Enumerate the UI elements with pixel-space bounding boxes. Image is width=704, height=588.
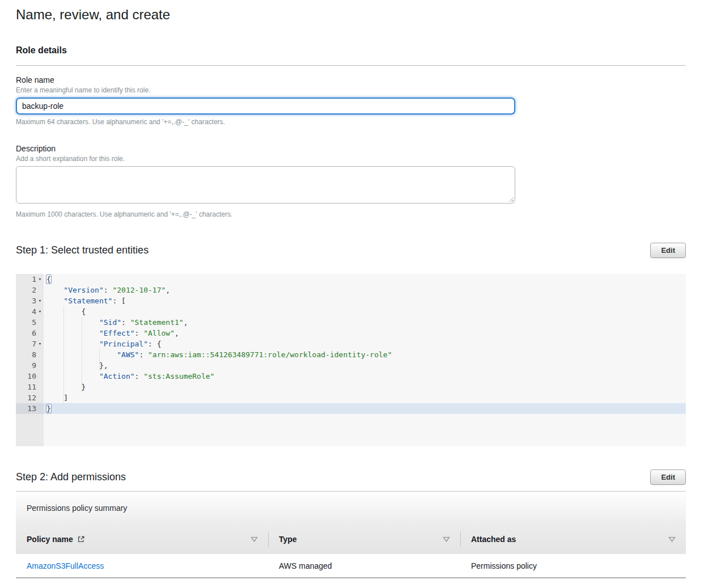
code-token: : <box>104 286 113 294</box>
code-token <box>46 286 63 294</box>
code-line[interactable]: ] <box>44 392 686 403</box>
code-line[interactable]: } <box>44 382 686 392</box>
table-header-row: Policy name Type At <box>16 524 686 554</box>
code-token: "Statement1" <box>130 318 184 327</box>
fold-arrow-icon[interactable]: ▾ <box>36 295 44 306</box>
code-token: }, <box>46 361 108 370</box>
column-label: Policy name <box>27 535 73 544</box>
code-token: { <box>46 307 86 316</box>
line-number: 5 <box>32 318 36 327</box>
step1-edit-button[interactable]: Edit <box>650 243 686 258</box>
column-header-type[interactable]: Type <box>268 524 460 554</box>
policy-name-link[interactable]: AmazonS3FullAccess <box>27 561 104 570</box>
filter-down-icon[interactable] <box>443 536 450 543</box>
editor-gutter-cell: 10 <box>16 371 44 382</box>
editor-gutter-cell: 13 <box>16 403 44 414</box>
code-line[interactable]: { <box>44 306 686 317</box>
code-token: , <box>166 286 170 294</box>
trust-policy-editor[interactable]: 1▾23▾4▾567▾8910111213 { "Version": "2012… <box>16 274 686 446</box>
code-token <box>46 318 99 327</box>
role-name-label: Role name <box>16 75 686 85</box>
description-textarea[interactable] <box>16 166 515 204</box>
code-line[interactable]: } <box>44 403 686 414</box>
column-header-policy-name[interactable]: Policy name <box>16 524 268 554</box>
editor-gutter-cell: 11 <box>16 382 44 392</box>
column-label: Type <box>279 535 297 544</box>
line-number: 3 <box>32 297 36 305</box>
line-number: 4 <box>32 307 36 316</box>
code-token: : <box>139 350 148 359</box>
line-number: 11 <box>27 383 36 391</box>
editor-gutter-cell: 6 <box>16 328 44 339</box>
external-link-icon <box>77 535 85 543</box>
divider <box>16 65 686 66</box>
column-header-attached-as[interactable]: Attached as <box>460 524 686 554</box>
code-line[interactable]: "Sid": "Statement1", <box>44 317 686 328</box>
editor-gutter-cell: 3▾ <box>16 295 44 306</box>
editor-gutter-cell: 9 <box>16 360 44 371</box>
code-token: "Sid" <box>99 318 121 327</box>
code-token: } <box>46 404 52 413</box>
code-line[interactable]: }, <box>44 360 686 371</box>
editor-content[interactable]: { "Version": "2012-10-17", "Statement": … <box>44 274 686 446</box>
step2-edit-button[interactable]: Edit <box>650 469 686 485</box>
step2-heading: Step 2: Add permissions <box>16 470 126 484</box>
code-line[interactable]: { <box>44 274 686 285</box>
description-textarea-wrap <box>16 166 515 204</box>
filter-down-icon[interactable] <box>251 536 258 543</box>
role-name-constraint: Maximum 64 characters. Use alphanumeric … <box>16 118 686 126</box>
code-line[interactable]: "Statement": [ <box>44 295 686 306</box>
editor-gutter: 1▾23▾4▾567▾8910111213 <box>16 274 44 446</box>
column-label: Attached as <box>471 535 516 544</box>
code-token: , <box>175 329 179 337</box>
role-name-input[interactable] <box>16 98 515 115</box>
editor-gutter-cell: 12 <box>16 392 44 403</box>
code-line[interactable]: "Action": "sts:AssumeRole" <box>44 371 686 382</box>
permissions-summary-panel: Permissions policy summary <box>16 491 686 524</box>
page-title: Name, review, and create <box>16 5 686 24</box>
code-token: "Effect" <box>99 329 135 337</box>
line-number: 7 <box>32 340 36 348</box>
fold-arrow-icon[interactable]: ▾ <box>36 306 44 317</box>
code-line[interactable]: "Effect": "Allow", <box>44 328 686 339</box>
step1-header-row: Step 1: Select trusted entities Edit <box>16 242 686 258</box>
code-token: : <box>121 318 130 327</box>
code-line[interactable]: "Version": "2012-10-17", <box>44 285 686 295</box>
role-details-heading: Role details <box>16 45 686 56</box>
code-token: "AWS" <box>117 350 139 359</box>
fold-arrow-icon[interactable]: ▾ <box>36 339 44 349</box>
editor-gutter-cell: 1▾ <box>16 274 44 285</box>
code-line[interactable]: "Principal": { <box>44 339 686 349</box>
code-token: : { <box>148 340 161 348</box>
line-number: 8 <box>32 350 36 359</box>
code-token: { <box>46 274 52 284</box>
line-number: 6 <box>32 329 36 337</box>
code-token: } <box>46 383 86 391</box>
table-row: AmazonS3FullAccessAWS managedPermissions… <box>16 554 686 577</box>
code-token: : <box>135 372 144 380</box>
code-token <box>46 340 99 348</box>
description-constraint: Maximum 1000 characters. Use alphanumeri… <box>16 210 686 218</box>
code-token: "Principal" <box>99 340 148 348</box>
code-line[interactable]: "AWS": "arn:aws:iam::541263489771:role/w… <box>44 349 686 360</box>
code-token <box>46 350 117 359</box>
code-token: "Action" <box>99 372 135 380</box>
line-number: 10 <box>27 372 36 380</box>
editor-gutter-cell: 5 <box>16 317 44 328</box>
description-hint: Add a short explanation for this role. <box>16 155 686 163</box>
editor-gutter-cell: 2 <box>16 285 44 295</box>
code-token: "arn:aws:iam::541263489771:role/workload… <box>148 350 392 359</box>
line-number: 13 <box>27 404 36 413</box>
line-number: 12 <box>27 394 36 402</box>
code-token: "Version" <box>63 286 103 294</box>
code-token: : <box>135 329 144 337</box>
editor-gutter-cell: 4▾ <box>16 306 44 317</box>
code-token: "Statement" <box>63 297 112 305</box>
permissions-policy-table: Policy name Type At <box>16 524 686 578</box>
policy-name-cell: AmazonS3FullAccess <box>16 561 268 570</box>
fold-arrow-icon[interactable]: ▾ <box>36 274 44 285</box>
filter-down-icon[interactable] <box>668 536 676 543</box>
description-label: Description <box>16 144 686 154</box>
permissions-summary-title: Permissions policy summary <box>27 504 127 513</box>
name-review-create-page: Name, review, and create Role details Ro… <box>16 0 686 578</box>
